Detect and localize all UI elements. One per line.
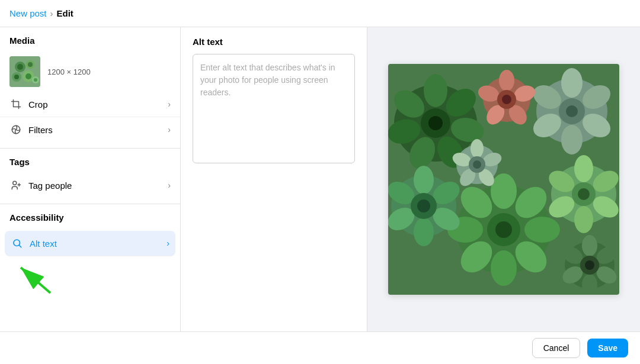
crop-menu-item[interactable]: Crop › xyxy=(0,92,180,117)
tag-people-label: Tag people xyxy=(28,181,162,191)
svg-point-12 xyxy=(13,181,17,185)
media-section: Media xyxy=(0,27,180,149)
middle-panel: Alt text xyxy=(181,27,367,331)
tags-section-title: Tags xyxy=(0,149,180,173)
filters-menu-item[interactable]: Filters › xyxy=(0,117,180,142)
bottom-bar: Cancel Save xyxy=(0,331,640,364)
svg-point-4 xyxy=(28,62,33,67)
svg-point-41 xyxy=(561,68,583,98)
main-layout: Media xyxy=(0,27,640,331)
svg-point-87 xyxy=(582,274,597,295)
right-panel xyxy=(367,27,640,331)
svg-point-57 xyxy=(578,188,590,200)
svg-point-53 xyxy=(574,206,593,233)
media-thumbnail xyxy=(9,56,40,87)
filters-label: Filters xyxy=(28,125,162,135)
filters-icon xyxy=(9,124,23,135)
svg-point-29 xyxy=(495,221,512,238)
new-post-link[interactable]: New post xyxy=(9,8,47,18)
alt-text-chevron-icon: › xyxy=(167,239,169,248)
accessibility-section: Accessibility Alt text › xyxy=(0,204,180,306)
svg-point-24 xyxy=(491,250,517,286)
svg-point-6 xyxy=(14,75,19,79)
svg-point-76 xyxy=(471,139,484,158)
tag-people-menu-item[interactable]: Tag people › xyxy=(0,173,180,198)
svg-point-84 xyxy=(582,235,597,256)
svg-point-2 xyxy=(17,64,23,70)
breadcrumb-current: Edit xyxy=(57,8,73,18)
media-item: 1200 × 1200 xyxy=(0,51,180,92)
photo-preview xyxy=(388,64,619,295)
tag-chevron-icon: › xyxy=(168,181,171,190)
media-dimensions: 1200 × 1200 xyxy=(47,67,171,76)
alt-text-menu-item[interactable]: Alt text › xyxy=(5,231,175,256)
left-panel: Media xyxy=(0,27,181,331)
alt-text-label: Alt text xyxy=(30,239,161,249)
filters-chevron-icon: › xyxy=(168,125,171,134)
accessibility-section-title: Accessibility xyxy=(0,204,180,228)
svg-point-48 xyxy=(566,105,578,117)
svg-point-44 xyxy=(561,125,583,154)
svg-point-65 xyxy=(502,95,511,104)
crop-chevron-icon: › xyxy=(168,99,171,109)
svg-line-16 xyxy=(19,245,21,247)
crop-label: Crop xyxy=(28,99,162,109)
crop-icon xyxy=(9,99,23,109)
tags-section: Tags Tag people › xyxy=(0,149,180,204)
svg-point-74 xyxy=(417,199,430,212)
cancel-button[interactable]: Cancel xyxy=(532,338,581,358)
svg-point-10 xyxy=(34,78,37,82)
save-button[interactable]: Save xyxy=(587,339,628,357)
media-section-title: Media xyxy=(0,27,180,51)
svg-point-8 xyxy=(25,73,31,79)
svg-point-39 xyxy=(428,116,443,130)
tag-people-icon xyxy=(9,180,23,191)
svg-point-67 xyxy=(414,166,434,194)
breadcrumb-separator: › xyxy=(50,8,53,18)
svg-point-22 xyxy=(524,217,560,243)
svg-point-50 xyxy=(574,155,593,182)
arrow-annotation xyxy=(0,259,180,300)
svg-point-20 xyxy=(491,173,517,209)
alt-text-textarea[interactable] xyxy=(193,54,355,163)
svg-point-31 xyxy=(424,74,447,107)
search-icon xyxy=(11,238,24,249)
alt-text-editor-title: Alt text xyxy=(193,37,355,47)
green-arrow-icon xyxy=(6,259,59,297)
svg-point-70 xyxy=(414,218,434,246)
breadcrumb: New post › Edit xyxy=(0,0,640,27)
svg-point-82 xyxy=(473,160,481,169)
svg-point-91 xyxy=(585,260,594,270)
svg-point-59 xyxy=(499,70,514,91)
